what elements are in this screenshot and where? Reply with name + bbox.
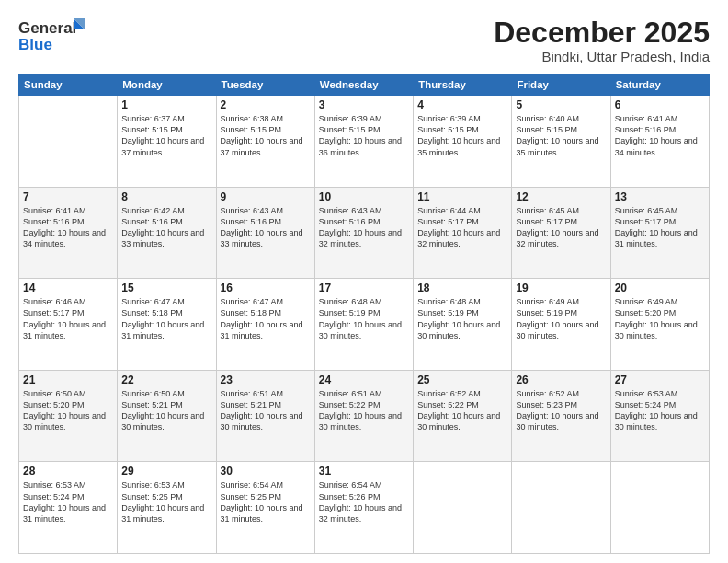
calendar-cell: 1Sunrise: 6:37 AMSunset: 5:15 PMDaylight…	[118, 96, 216, 188]
day-number: 19	[516, 282, 606, 294]
calendar-week-row: 7Sunrise: 6:41 AMSunset: 5:16 PMDaylight…	[19, 187, 710, 279]
calendar-cell: 23Sunrise: 6:51 AMSunset: 5:21 PMDayligh…	[216, 370, 314, 462]
day-number: 5	[516, 98, 606, 111]
day-number: 4	[417, 98, 507, 111]
day-number: 30	[221, 465, 311, 477]
day-number: 2	[221, 98, 311, 111]
calendar-cell: 4Sunrise: 6:39 AMSunset: 5:15 PMDaylight…	[414, 96, 512, 188]
calendar-cell: 15Sunrise: 6:47 AMSunset: 5:18 PMDayligh…	[118, 279, 216, 371]
svg-text:Blue: Blue	[18, 36, 52, 53]
day-number: 22	[121, 373, 211, 386]
calendar-cell: 20Sunrise: 6:49 AMSunset: 5:20 PMDayligh…	[610, 279, 709, 371]
day-number: 29	[121, 465, 211, 477]
cell-info: Sunrise: 6:52 AMSunset: 5:23 PMDaylight:…	[516, 388, 606, 433]
calendar-week-row: 28Sunrise: 6:53 AMSunset: 5:24 PMDayligh…	[19, 462, 710, 554]
day-number: 6	[615, 98, 705, 111]
cell-info: Sunrise: 6:52 AMSunset: 5:22 PMDaylight:…	[417, 388, 507, 433]
calendar-cell: 31Sunrise: 6:54 AMSunset: 5:26 PMDayligh…	[314, 462, 413, 554]
day-number: 3	[319, 98, 409, 111]
col-tuesday: Tuesday	[216, 75, 314, 96]
cell-info: Sunrise: 6:46 AMSunset: 5:17 PMDaylight:…	[23, 296, 113, 341]
calendar-cell: 12Sunrise: 6:45 AMSunset: 5:17 PMDayligh…	[512, 187, 610, 279]
day-number: 12	[516, 190, 606, 203]
calendar-cell: 3Sunrise: 6:39 AMSunset: 5:15 PMDaylight…	[314, 96, 413, 188]
col-monday: Monday	[118, 75, 216, 96]
cell-info: Sunrise: 6:37 AMSunset: 5:15 PMDaylight:…	[121, 113, 211, 158]
calendar-cell: 6Sunrise: 6:41 AMSunset: 5:16 PMDaylight…	[610, 96, 709, 188]
day-number: 26	[516, 373, 606, 386]
cell-info: Sunrise: 6:53 AMSunset: 5:24 PMDaylight:…	[23, 479, 113, 524]
day-number: 11	[417, 190, 507, 203]
cell-info: Sunrise: 6:54 AMSunset: 5:26 PMDaylight:…	[319, 479, 409, 524]
cell-info: Sunrise: 6:41 AMSunset: 5:16 PMDaylight:…	[23, 205, 113, 250]
svg-text:General: General	[18, 19, 76, 37]
calendar-cell: 19Sunrise: 6:49 AMSunset: 5:19 PMDayligh…	[512, 279, 610, 371]
cell-info: Sunrise: 6:54 AMSunset: 5:25 PMDaylight:…	[221, 479, 311, 524]
calendar-week-row: 1Sunrise: 6:37 AMSunset: 5:15 PMDaylight…	[19, 96, 710, 188]
calendar-cell: 9Sunrise: 6:43 AMSunset: 5:16 PMDaylight…	[216, 187, 314, 279]
calendar-cell: 30Sunrise: 6:54 AMSunset: 5:25 PMDayligh…	[216, 462, 314, 554]
calendar-cell: 8Sunrise: 6:42 AMSunset: 5:16 PMDaylight…	[118, 187, 216, 279]
day-number: 17	[319, 282, 409, 294]
cell-info: Sunrise: 6:47 AMSunset: 5:18 PMDaylight:…	[121, 296, 211, 341]
cell-info: Sunrise: 6:45 AMSunset: 5:17 PMDaylight:…	[615, 205, 705, 250]
calendar-cell: 26Sunrise: 6:52 AMSunset: 5:23 PMDayligh…	[512, 370, 610, 462]
day-number: 15	[121, 282, 211, 294]
calendar-cell: 10Sunrise: 6:43 AMSunset: 5:16 PMDayligh…	[314, 187, 413, 279]
page: GeneralBlue December 2025 Bindki, Uttar …	[0, 0, 728, 563]
col-saturday: Saturday	[610, 75, 709, 96]
cell-info: Sunrise: 6:48 AMSunset: 5:19 PMDaylight:…	[319, 296, 409, 341]
cell-info: Sunrise: 6:41 AMSunset: 5:16 PMDaylight:…	[615, 113, 705, 158]
cell-info: Sunrise: 6:50 AMSunset: 5:20 PMDaylight:…	[23, 388, 113, 433]
cell-info: Sunrise: 6:49 AMSunset: 5:20 PMDaylight:…	[615, 296, 705, 341]
calendar-header-row: Sunday Monday Tuesday Wednesday Thursday…	[19, 75, 710, 96]
day-number: 21	[23, 373, 113, 386]
calendar-week-row: 21Sunrise: 6:50 AMSunset: 5:20 PMDayligh…	[19, 370, 710, 462]
calendar-cell: 17Sunrise: 6:48 AMSunset: 5:19 PMDayligh…	[314, 279, 413, 371]
col-sunday: Sunday	[19, 75, 118, 96]
calendar-cell: 27Sunrise: 6:53 AMSunset: 5:24 PMDayligh…	[610, 370, 709, 462]
col-thursday: Thursday	[414, 75, 512, 96]
day-number: 9	[221, 190, 311, 203]
calendar-table: Sunday Monday Tuesday Wednesday Thursday…	[18, 74, 710, 554]
calendar-cell: 21Sunrise: 6:50 AMSunset: 5:20 PMDayligh…	[19, 370, 118, 462]
day-number: 1	[121, 98, 211, 111]
col-wednesday: Wednesday	[314, 75, 413, 96]
cell-info: Sunrise: 6:38 AMSunset: 5:15 PMDaylight:…	[221, 113, 311, 158]
calendar-cell: 29Sunrise: 6:53 AMSunset: 5:25 PMDayligh…	[118, 462, 216, 554]
calendar-cell: 13Sunrise: 6:45 AMSunset: 5:17 PMDayligh…	[610, 187, 709, 279]
cell-info: Sunrise: 6:53 AMSunset: 5:24 PMDaylight:…	[615, 388, 705, 433]
cell-info: Sunrise: 6:44 AMSunset: 5:17 PMDaylight:…	[417, 205, 507, 250]
calendar-cell	[512, 462, 610, 554]
calendar-cell: 18Sunrise: 6:48 AMSunset: 5:19 PMDayligh…	[414, 279, 512, 371]
cell-info: Sunrise: 6:53 AMSunset: 5:25 PMDaylight:…	[121, 479, 211, 524]
col-friday: Friday	[512, 75, 610, 96]
day-number: 27	[615, 373, 705, 386]
cell-info: Sunrise: 6:43 AMSunset: 5:16 PMDaylight:…	[319, 205, 409, 250]
title-block: December 2025 Bindki, Uttar Pradesh, Ind…	[494, 17, 710, 64]
cell-info: Sunrise: 6:48 AMSunset: 5:19 PMDaylight:…	[417, 296, 507, 341]
day-number: 18	[417, 282, 507, 294]
calendar-cell: 24Sunrise: 6:51 AMSunset: 5:22 PMDayligh…	[314, 370, 413, 462]
cell-info: Sunrise: 6:43 AMSunset: 5:16 PMDaylight:…	[221, 205, 311, 250]
calendar-week-row: 14Sunrise: 6:46 AMSunset: 5:17 PMDayligh…	[19, 279, 710, 371]
day-number: 8	[121, 190, 211, 203]
calendar-cell: 7Sunrise: 6:41 AMSunset: 5:16 PMDaylight…	[19, 187, 118, 279]
calendar-cell	[19, 96, 118, 188]
day-number: 23	[221, 373, 311, 386]
day-number: 20	[615, 282, 705, 294]
calendar-cell: 16Sunrise: 6:47 AMSunset: 5:18 PMDayligh…	[216, 279, 314, 371]
cell-info: Sunrise: 6:39 AMSunset: 5:15 PMDaylight:…	[417, 113, 507, 158]
logo-svg: GeneralBlue	[18, 17, 92, 55]
calendar-cell	[414, 462, 512, 554]
calendar-cell: 22Sunrise: 6:50 AMSunset: 5:21 PMDayligh…	[118, 370, 216, 462]
cell-info: Sunrise: 6:40 AMSunset: 5:15 PMDaylight:…	[516, 113, 606, 158]
cell-info: Sunrise: 6:42 AMSunset: 5:16 PMDaylight:…	[121, 205, 211, 250]
month-title: December 2025	[494, 17, 710, 49]
logo: GeneralBlue	[18, 17, 92, 55]
day-number: 7	[23, 190, 113, 203]
cell-info: Sunrise: 6:49 AMSunset: 5:19 PMDaylight:…	[516, 296, 606, 341]
day-number: 13	[615, 190, 705, 203]
location-subtitle: Bindki, Uttar Pradesh, India	[494, 49, 710, 64]
cell-info: Sunrise: 6:47 AMSunset: 5:18 PMDaylight:…	[221, 296, 311, 341]
